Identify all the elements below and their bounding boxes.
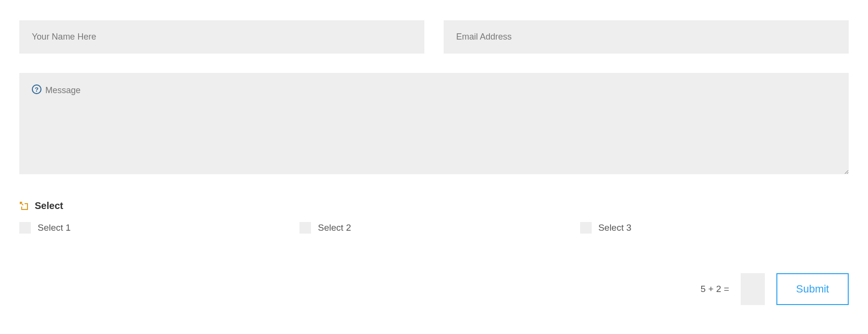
option-item: Select 1 bbox=[19, 222, 288, 234]
submit-button[interactable]: Submit bbox=[776, 273, 849, 305]
select-title-row: Select bbox=[19, 200, 849, 211]
option-item: Select 3 bbox=[580, 222, 849, 234]
captcha-input[interactable] bbox=[741, 273, 765, 305]
email-field bbox=[444, 20, 849, 54]
email-input[interactable] bbox=[444, 20, 849, 54]
name-email-row bbox=[19, 20, 849, 54]
contact-form: ? Select Select 1 Select 2 bbox=[0, 0, 868, 234]
option-item: Select 2 bbox=[299, 222, 568, 234]
option-checkbox-1[interactable] bbox=[19, 222, 31, 234]
form-footer: 5 + 2 = Submit bbox=[701, 273, 849, 305]
option-label: Select 3 bbox=[598, 223, 632, 233]
name-field bbox=[19, 20, 424, 54]
message-field: ? bbox=[19, 73, 849, 176]
options-row: Select 1 Select 2 Select 3 bbox=[19, 222, 849, 234]
captcha-question: 5 + 2 = bbox=[701, 284, 729, 294]
select-section: Select Select 1 Select 2 Select 3 bbox=[19, 200, 849, 234]
select-title-label: Select bbox=[35, 200, 63, 211]
arrow-box-icon bbox=[19, 201, 29, 211]
message-input[interactable] bbox=[19, 73, 849, 174]
option-checkbox-3[interactable] bbox=[580, 222, 592, 234]
message-row: ? bbox=[19, 73, 849, 176]
option-label: Select 2 bbox=[318, 223, 351, 233]
name-input[interactable] bbox=[19, 20, 424, 54]
option-label: Select 1 bbox=[38, 223, 71, 233]
option-checkbox-2[interactable] bbox=[299, 222, 311, 234]
